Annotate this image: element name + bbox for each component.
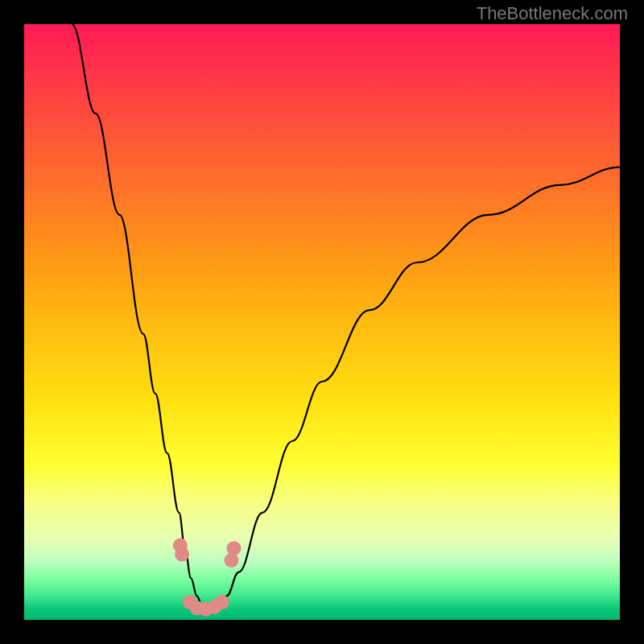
watermark-text: TheBottleneck.com (477, 3, 628, 24)
bottleneck-curve-line (72, 24, 620, 608)
curve-marker (226, 541, 241, 555)
chart-plot-area (24, 24, 620, 620)
curve-marker (225, 553, 239, 568)
chart-svg (24, 24, 620, 620)
curve-marker (215, 595, 229, 609)
curve-marker (175, 547, 189, 562)
curve-markers (173, 539, 242, 617)
